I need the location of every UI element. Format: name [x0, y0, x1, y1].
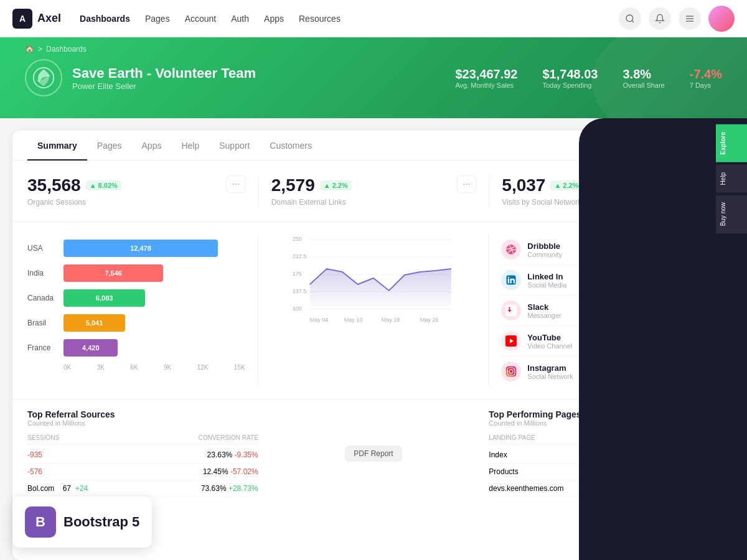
svg-point-0 [626, 15, 633, 22]
domain-links-more[interactable]: ··· [457, 175, 476, 193]
sidebar-explore[interactable]: Explore [716, 124, 747, 162]
country-row-brasil: Brasil 5,041 [27, 314, 245, 332]
sidebar-help[interactable]: Help [716, 165, 747, 193]
seller-badge: Power Elite Seller [72, 82, 256, 91]
bootstrap-label: Bootstrap 5 [63, 514, 139, 530]
avatar[interactable] [708, 6, 735, 32]
tab-pages[interactable]: Pages [87, 131, 132, 161]
svg-rect-21 [508, 279, 509, 284]
menu-button[interactable] [679, 7, 701, 30]
hero-logo [25, 59, 62, 96]
brand-icon: A [12, 9, 32, 29]
dark-overlay [579, 118, 716, 560]
nav-resources[interactable]: Resources [299, 14, 341, 24]
svg-text:137.5: 137.5 [292, 288, 306, 294]
referral-sources: Top Referral Sources Counted in Millions… [27, 409, 258, 497]
referral-row-2: -576 12.45% -57.02% [27, 464, 258, 480]
hero-banner: 🏠 > Dashboards Save Earth - Volunteer Te… [0, 37, 747, 118]
navbar: A Axel Dashboards Pages Account Auth App… [0, 0, 747, 37]
instagram-icon [501, 362, 521, 381]
organic-sessions-label: Organic Sessions [27, 198, 246, 207]
referral-row-1: -935 23.63% -9.35% [27, 447, 258, 464]
monthly-sales-stat: $23,467.92 Avg. Monthly Sales [455, 67, 517, 89]
sidebar-buy[interactable]: Buy now [716, 195, 747, 233]
pdf-section: PDF Report [258, 409, 489, 497]
days-stat: -7.4% 7 Days [690, 67, 722, 89]
domain-links-block: 2,579 ▲ 2.2% ··· Domain External Links [258, 175, 489, 207]
bootstrap-badge: B Bootstrap 5 [12, 497, 152, 548]
svg-text:May 10: May 10 [344, 317, 362, 323]
overall-share-stat: 3.8% Overall Share [622, 67, 664, 89]
nav-dashboards[interactable]: Dashboards [80, 14, 130, 24]
dribbble-icon [501, 240, 521, 259]
nav-right [619, 6, 735, 32]
today-spending-stat: $1,748.03 Today Spending [543, 67, 598, 89]
country-row-usa: USA 12,478 [27, 240, 245, 257]
referral-header: SESSIONS CONVERSION RATE [27, 432, 258, 444]
svg-point-32 [513, 369, 514, 370]
bootstrap-icon: B [25, 506, 56, 538]
domain-links-change: ▲ 2.2% [320, 180, 352, 190]
svg-text:100: 100 [292, 306, 301, 312]
domain-links-value: 2,579 ▲ 2.2% [271, 175, 352, 195]
tab-help[interactable]: Help [171, 131, 209, 161]
domain-links-label: Domain External Links [271, 198, 477, 207]
tab-support[interactable]: Support [209, 131, 260, 161]
tab-apps[interactable]: Apps [132, 131, 172, 161]
axis-labels: 0K 3K 6K 9K 12K 15K [27, 364, 245, 371]
svg-text:212.5: 212.5 [292, 253, 306, 259]
country-row-france: France 4,420 [27, 339, 245, 357]
social-visits-value: 5,037 ▲ 2.2% [502, 175, 582, 195]
nav-apps[interactable]: Apps [264, 14, 284, 24]
linkedin-icon [501, 270, 521, 290]
nav-auth[interactable]: Auth [231, 14, 249, 24]
main-content: Summary Pages Apps Help Support Customer… [0, 118, 747, 560]
hero-stats: $23,467.92 Avg. Monthly Sales $1,748.03 … [455, 67, 722, 89]
tab-customers[interactable]: Customers [260, 131, 322, 161]
tab-summary[interactable]: Summary [27, 131, 87, 161]
line-chart-section: 250 212.5 175 137.5 100 [258, 235, 489, 386]
team-name: Save Earth - Volunteer Team [72, 65, 256, 82]
svg-text:May 04: May 04 [309, 317, 328, 323]
breadcrumb: 🏠 > Dashboards [25, 45, 87, 54]
nav-account[interactable]: Account [185, 14, 217, 24]
svg-text:250: 250 [292, 236, 301, 242]
pdf-report-button[interactable]: PDF Report [345, 446, 402, 462]
brand[interactable]: A Axel [12, 9, 61, 29]
organic-sessions-change: ▲ 8.02% [86, 180, 121, 190]
country-row-india: India 7,546 [27, 264, 245, 282]
svg-text:175: 175 [292, 271, 301, 277]
social-visits-change: ▲ 2.2% [550, 180, 582, 190]
organic-sessions-value: 35,568 ▲ 8.02% [27, 175, 121, 195]
nav-pages[interactable]: Pages [145, 14, 170, 24]
brand-name: Axel [37, 12, 61, 25]
right-sidebar: Explore Help Buy now [716, 118, 747, 560]
line-chart-svg: 250 212.5 175 137.5 100 [271, 235, 476, 334]
organic-sessions-block: 35,568 ▲ 8.02% ··· Organic Sessions [27, 175, 258, 207]
search-button[interactable] [619, 7, 641, 30]
svg-text:May 26: May 26 [420, 317, 438, 323]
notifications-button[interactable] [649, 7, 671, 30]
country-row-canada: Canada 6,083 [27, 289, 245, 307]
home-icon: 🏠 [25, 45, 34, 54]
youtube-icon [501, 331, 521, 351]
nav-links: Dashboards Pages Account Auth Apps Resou… [80, 14, 341, 24]
organic-sessions-more[interactable]: ··· [226, 175, 245, 193]
svg-text:May 18: May 18 [381, 317, 400, 323]
country-bars: USA 12,478 India 7,546 Canada 6,083 Bras… [27, 240, 245, 357]
referral-row-3: Bol.com 67 +24 73.63% +28.73% [27, 480, 258, 497]
slack-icon: ✦ [501, 301, 521, 320]
bar-chart-section: USA 12,478 India 7,546 Canada 6,083 Bras… [27, 235, 258, 386]
svg-text:✦: ✦ [507, 307, 512, 314]
svg-point-22 [508, 277, 509, 278]
hero-info: Save Earth - Volunteer Team Power Elite … [72, 65, 256, 91]
